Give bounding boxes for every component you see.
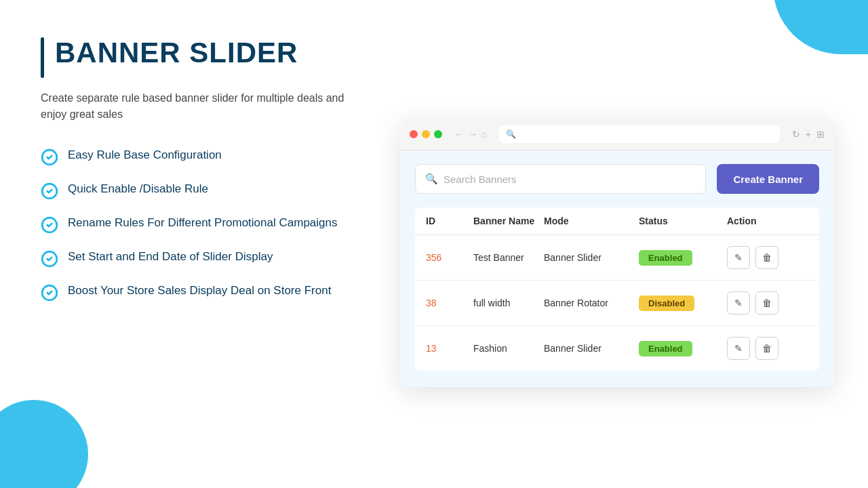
- row-mode: Banner Slider: [544, 343, 639, 354]
- row-id: 13: [426, 343, 473, 354]
- col-status: Status: [639, 216, 727, 226]
- delete-button[interactable]: 🗑: [755, 337, 778, 360]
- status-badge: Enabled: [639, 250, 692, 266]
- title-wrapper: BANNER SLIDER: [41, 37, 373, 78]
- feature-text: Rename Rules For Different Promotional C…: [68, 215, 337, 231]
- row-mode: Banner Rotator: [544, 298, 639, 308]
- search-magnifier: 🔍: [506, 129, 516, 139]
- feature-text: Easy Rule Base Configuration: [68, 147, 222, 163]
- feature-text: Quick Enable /Disable Rule: [68, 181, 208, 197]
- col-name: Banner Name: [473, 216, 544, 226]
- browser-address: 🔍: [499, 125, 779, 143]
- search-box[interactable]: 🔍 Search Banners: [415, 164, 706, 194]
- row-status: Enabled: [639, 250, 727, 266]
- search-create-row: 🔍 Search Banners Create Banner: [415, 164, 819, 194]
- browser-toolbar: ← → ⌂ 🔍 ↻ + ⊞: [400, 119, 834, 150]
- row-action: ✎ 🗑: [727, 246, 808, 269]
- row-action: ✎ 🗑: [727, 291, 808, 314]
- list-item: Set Start and End Date of Slider Display: [41, 249, 373, 268]
- feature-text: Boost Your Store Sales Display Deal on S…: [68, 283, 331, 299]
- add-icon[interactable]: +: [806, 129, 811, 140]
- row-mode: Banner Slider: [544, 252, 639, 263]
- features-list: Easy Rule Base Configuration Quick Enabl…: [41, 147, 373, 302]
- delete-button[interactable]: 🗑: [755, 246, 778, 269]
- table-row: 13 Fashion Banner Slider Enabled ✎ 🗑: [415, 326, 819, 371]
- deco-top-right: [773, 0, 868, 54]
- feature-text: Set Start and End Date of Slider Display: [68, 249, 273, 265]
- left-section: BANNER SLIDER Create separate rule based…: [41, 37, 373, 302]
- reload-icon[interactable]: ↻: [792, 129, 800, 140]
- browser-window: ← → ⌂ 🔍 ↻ + ⊞ 🔍 Search Banners Create Ba…: [400, 119, 834, 387]
- title-bar: [41, 37, 44, 78]
- list-item: Easy Rule Base Configuration: [41, 147, 373, 166]
- row-status: Enabled: [639, 341, 727, 357]
- row-name: full width: [473, 298, 544, 308]
- col-mode: Mode: [544, 216, 639, 226]
- row-action: ✎ 🗑: [727, 337, 808, 360]
- col-action: Action: [727, 216, 808, 226]
- status-badge: Enabled: [639, 341, 692, 357]
- delete-button[interactable]: 🗑: [755, 291, 778, 314]
- check-icon: [41, 148, 58, 166]
- dot-yellow[interactable]: [422, 130, 430, 138]
- browser-content: 🔍 Search Banners Create Banner ID Banner…: [400, 150, 834, 387]
- page-title: BANNER SLIDER: [55, 37, 298, 78]
- row-name: Test Banner: [473, 252, 544, 263]
- table-row: 38 full width Banner Rotator Disabled ✎ …: [415, 281, 819, 326]
- row-status: Disabled: [639, 296, 727, 311]
- subtitle: Create separate rule based banner slider…: [41, 90, 373, 123]
- list-item: Boost Your Store Sales Display Deal on S…: [41, 283, 373, 302]
- list-item: Rename Rules For Different Promotional C…: [41, 215, 373, 234]
- browser-nav: ← → ⌂: [454, 129, 487, 140]
- check-icon: [41, 216, 58, 234]
- check-icon: [41, 284, 58, 302]
- dot-green[interactable]: [434, 130, 442, 138]
- banner-table: ID Banner Name Mode Status Action 356 Te…: [415, 207, 819, 371]
- forward-icon[interactable]: →: [468, 129, 477, 140]
- expand-icon[interactable]: ⊞: [816, 129, 825, 140]
- edit-button[interactable]: ✎: [727, 291, 750, 314]
- table-row: 356 Test Banner Banner Slider Enabled ✎ …: [415, 235, 819, 281]
- edit-button[interactable]: ✎: [727, 337, 750, 360]
- back-icon[interactable]: ←: [454, 129, 464, 140]
- dot-red[interactable]: [410, 130, 418, 138]
- search-placeholder: Search Banners: [443, 174, 517, 185]
- check-icon: [41, 250, 58, 268]
- home-icon[interactable]: ⌂: [481, 129, 487, 140]
- row-id: 356: [426, 252, 473, 263]
- deco-bottom-left: [0, 400, 88, 488]
- search-icon: 🔍: [425, 173, 438, 185]
- edit-button[interactable]: ✎: [727, 246, 750, 269]
- list-item: Quick Enable /Disable Rule: [41, 181, 373, 200]
- table-header: ID Banner Name Mode Status Action: [415, 207, 819, 235]
- row-id: 38: [426, 298, 473, 308]
- browser-dots: [410, 130, 442, 138]
- col-id: ID: [426, 216, 473, 226]
- create-banner-button[interactable]: Create Banner: [717, 164, 819, 194]
- status-badge: Disabled: [639, 296, 694, 311]
- check-icon: [41, 182, 58, 200]
- browser-actions: ↻ + ⊞: [792, 129, 825, 140]
- row-name: Fashion: [473, 343, 544, 354]
